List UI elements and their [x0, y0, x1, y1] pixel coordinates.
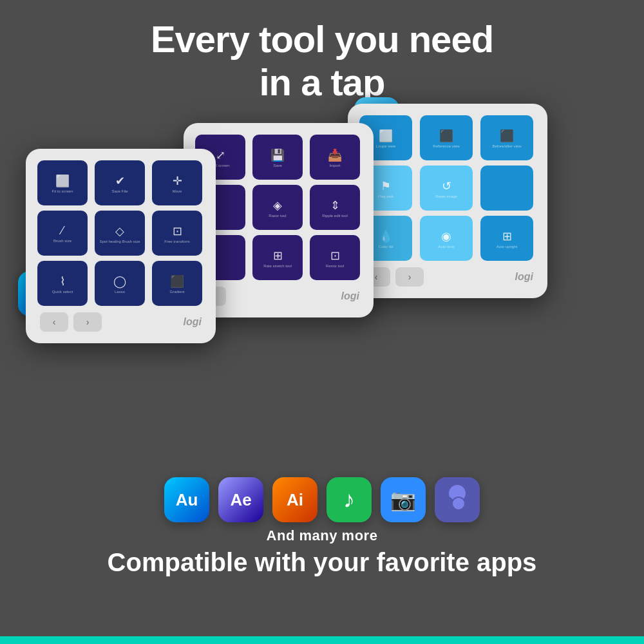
ps-key-move[interactable]: ✛ Move: [152, 160, 202, 205]
ae-label: Ae: [230, 490, 251, 510]
app-icons-row: Au Ae Ai ♪ 📷: [164, 477, 480, 522]
lrc-keyboard-pad: ⬜ Loupe view ⬛ Reference view ⬛ Before/a…: [348, 104, 547, 298]
and-more-text: And many more: [267, 527, 378, 544]
ps-nav-buttons: ‹ ›: [40, 312, 102, 332]
zoom-symbol: 📷: [390, 488, 416, 512]
headline-line1: Every tool you need: [151, 18, 493, 61]
compatible-text: Compatible with your favorite apps: [108, 548, 537, 577]
ps-key-transform[interactable]: ⊡ Free transform: [152, 211, 202, 256]
pr-key-ripple[interactable]: ⇕ Ripple edit tool: [310, 185, 360, 230]
teams-icon: [435, 477, 480, 522]
ps-key-fit[interactable]: ⬜ Fit to screen: [37, 160, 88, 205]
adobe-illustrator-icon: Ai: [272, 477, 317, 522]
zoom-icon: 📷: [381, 477, 426, 522]
ps-key-save[interactable]: ✔ Save File: [95, 160, 145, 205]
ps-prev-btn[interactable]: ‹: [40, 312, 68, 332]
pr-pad-footer: › logi: [195, 287, 362, 306]
ps-key-select[interactable]: ⌇ Quick select: [37, 261, 88, 306]
lrc-key-before-after[interactable]: ⬛ Before/after view: [480, 115, 533, 160]
teams-circles: [440, 485, 475, 515]
ps-key-healing[interactable]: ◇ Spot healing Brush size: [95, 211, 145, 256]
lrc-key-auto-tone[interactable]: ◉ Auto tone: [420, 216, 473, 261]
pr-key-grid: ⤢ Full screen 💾 Save 📥 Import ◈ Razor to…: [195, 135, 362, 280]
ps-key-lasso[interactable]: ◯ Lasso: [95, 261, 145, 306]
lrc-pad-footer: ‹ › logi: [359, 267, 536, 287]
pr-key-remix[interactable]: ⊡ Remix tool: [310, 235, 360, 280]
lrc-key-reference[interactable]: ⬛ Reference view: [420, 115, 473, 160]
adobe-after-effects-icon: Ae: [218, 477, 263, 522]
pr-key-save[interactable]: 💾 Save: [252, 135, 303, 180]
pr-key-rate-stretch[interactable]: ⊞ Rate stretch tool: [252, 235, 303, 280]
devices-section: ⬜ Loupe view ⬛ Reference view ⬛ Before/a…: [0, 110, 644, 471]
main-container: Every tool you need in a tap ⬜ Loupe vie…: [0, 0, 644, 644]
bottom-bar: [0, 636, 644, 644]
ps-keyboard-pad: ⬜ Fit to screen ✔ Save File ✛ Move ∕ Bru…: [26, 149, 216, 343]
lrc-key-grid: ⬜ Loupe view ⬛ Reference view ⬛ Before/a…: [359, 115, 536, 261]
ps-next-btn[interactable]: ›: [73, 312, 102, 332]
ps-key-grid: ⬜ Fit to screen ✔ Save File ✛ Move ∕ Bru…: [37, 160, 204, 306]
teams-circle-3: [451, 497, 466, 511]
pr-key-razor[interactable]: ◈ Razor tool: [252, 185, 303, 230]
headline: Every tool you need in a tap: [151, 18, 493, 104]
ps-pad-footer: ‹ › logi: [37, 312, 204, 332]
lrc-next-btn[interactable]: ›: [395, 267, 424, 287]
lrc-key-empty: [480, 166, 533, 211]
ps-key-gradient[interactable]: ⬛ Gradient: [152, 261, 202, 306]
ps-logi-label: logi: [184, 316, 202, 328]
pr-logi-label: logi: [341, 290, 359, 302]
lrc-key-reset[interactable]: ↺ Reset image: [420, 166, 473, 211]
ps-key-brush[interactable]: ∕ Brush size: [37, 211, 88, 256]
lrc-key-auto-upright[interactable]: ⊞ Auto upright: [480, 216, 533, 261]
pr-key-import[interactable]: 📥 Import: [310, 135, 360, 180]
au-label: Au: [176, 490, 198, 510]
spotify-icon: ♪: [327, 477, 372, 522]
headline-line2: in a tap: [151, 61, 493, 104]
lrc-logi-label: logi: [515, 271, 533, 283]
apps-section: Au Ae Ai ♪ 📷: [0, 477, 644, 577]
ai-label: Ai: [287, 490, 303, 510]
adobe-audition-icon: Au: [164, 477, 209, 522]
spotify-symbol: ♪: [343, 486, 355, 513]
